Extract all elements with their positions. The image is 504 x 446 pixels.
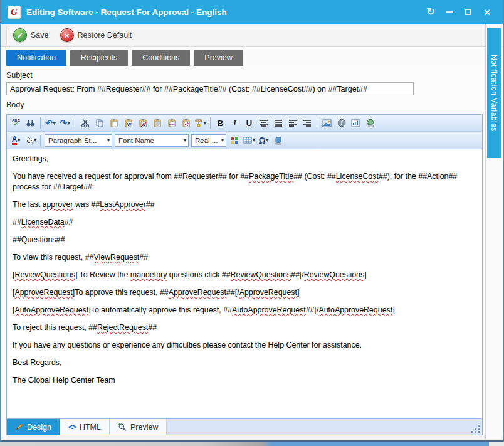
paste-plain-text-button[interactable]: [150, 117, 164, 130]
body-paragraph: The last approver was ##LastApprover##: [13, 199, 476, 210]
chevron-down-icon: ▾: [253, 137, 255, 143]
insert-symbol-button[interactable]: Ω▾: [256, 134, 271, 147]
titlebar[interactable]: G Editing Software - Request For Approva…: [1, 0, 503, 24]
apply-css-class-icon: [231, 136, 239, 144]
tab-conditions[interactable]: Conditions: [132, 50, 190, 66]
toolbar-separator: [210, 117, 211, 129]
misspelled-word: ApproveRequest: [169, 288, 226, 297]
font-size-dropdown[interactable]: Real ...▾: [191, 134, 226, 147]
paste-button[interactable]: [107, 117, 121, 130]
find-and-replace-button[interactable]: [23, 117, 38, 130]
insert-module-button[interactable]: [271, 134, 285, 147]
bold-icon: B: [218, 119, 223, 128]
underline-button[interactable]: U: [242, 117, 256, 130]
save-button[interactable]: ✓ Save: [13, 28, 49, 42]
paste-special-button[interactable]: [179, 117, 193, 130]
mode-tab-preview[interactable]: Preview: [110, 419, 167, 435]
paragraph-style-value: Paragraph St...: [48, 137, 97, 144]
redo-icon: ↷: [60, 119, 67, 127]
misspelled-word: AutoApproveRequest: [232, 305, 306, 314]
justify-button[interactable]: [271, 117, 285, 130]
tab-recipients[interactable]: Recipients: [70, 50, 128, 66]
media-manager-button[interactable]: [349, 117, 363, 130]
app-logo-icon: G: [8, 6, 21, 19]
restore-default-button[interactable]: × Restore Default: [60, 28, 132, 42]
notification-variables-tab[interactable]: Notification Variables: [487, 28, 501, 158]
insert-module-icon: [274, 136, 283, 145]
copy-button[interactable]: [92, 117, 107, 130]
tab-preview[interactable]: Preview: [194, 50, 243, 66]
code-icon: <>: [68, 423, 76, 432]
flash-manager-button[interactable]: f: [334, 117, 349, 130]
body-paragraph: To reject this request, ##RejectRequest#…: [13, 322, 476, 333]
subject-input[interactable]: [6, 82, 414, 95]
italic-button[interactable]: I: [228, 117, 242, 130]
align-center-icon: [260, 119, 268, 127]
insert-table-button[interactable]: ▾: [242, 134, 256, 147]
window-title: Editing Software - Request For Approval …: [26, 8, 421, 17]
align-right-button[interactable]: [300, 117, 314, 130]
redo-button[interactable]: ↷▾: [58, 117, 72, 130]
font-size-value: Real ...: [195, 137, 218, 144]
paste-from-word-no-font-button[interactable]: W: [135, 117, 150, 130]
cut-button[interactable]: [78, 117, 92, 130]
maximize-button[interactable]: [459, 4, 478, 20]
misspelled-word: RejectRequest: [97, 323, 148, 332]
minimize-button[interactable]: [440, 4, 459, 20]
editor-toolbar-row-1: ABC✓↶▾↷▾WWHTML▾BIUf: [7, 115, 482, 131]
toolbar-separator: [75, 117, 75, 129]
background-color-button[interactable]: ▾: [23, 134, 38, 147]
right-rail: Notification Variables: [485, 24, 501, 439]
window-bottom-frame: [6, 435, 503, 440]
restore-default-label: Restore Default: [78, 31, 132, 40]
misspelled-word: ApproveRequest: [14, 288, 72, 297]
paste-as-html-icon: HTML: [167, 119, 176, 127]
minimize-icon: [446, 11, 453, 13]
chevron-down-icon: ▾: [266, 137, 269, 143]
mode-tab-label: HTML: [80, 423, 101, 432]
misspelled-word: LicenseCost: [336, 172, 379, 181]
body-paragraph: [AutoApproveRequest]To automatically app…: [13, 305, 476, 316]
hyperlink-manager-button[interactable]: [363, 117, 377, 130]
editor-body[interactable]: Greetings,You have received a request fo…: [7, 149, 482, 418]
close-button[interactable]: ×: [478, 4, 496, 20]
font-name-dropdown[interactable]: Font Name▾: [115, 134, 189, 147]
align-left-button[interactable]: [285, 117, 300, 130]
resize-grip[interactable]: [471, 424, 480, 433]
find-and-replace-icon: [26, 119, 35, 127]
body-paragraph: The Global Help Center Team: [13, 375, 476, 386]
body-label: Body: [6, 100, 503, 109]
svg-text:W: W: [127, 122, 131, 127]
image-manager-button[interactable]: [320, 117, 334, 130]
tab-notification[interactable]: Notification: [6, 50, 66, 66]
mode-tab-design[interactable]: Design: [7, 419, 60, 435]
insert-symbol-icon: Ω: [258, 135, 265, 146]
chevron-down-icon: ▾: [107, 137, 110, 143]
undo-button[interactable]: ↶▾: [43, 117, 58, 130]
bold-button[interactable]: B: [213, 117, 228, 130]
align-center-button[interactable]: [256, 117, 271, 130]
chevron-down-icon: ▾: [184, 137, 186, 143]
magnifier-plus-icon: [118, 423, 127, 432]
foreground-color-button[interactable]: A▾: [9, 134, 23, 147]
misspelled-word: PackageTitle: [249, 172, 293, 181]
desktop-artifact-strip: [0, 442, 504, 446]
paste-plain-text-icon: [153, 119, 162, 127]
spellcheck-button[interactable]: ABC✓: [9, 117, 23, 130]
mode-strip-filler: [167, 419, 471, 435]
italic-icon: I: [233, 118, 236, 128]
refresh-button[interactable]: ↻: [421, 4, 440, 20]
format-painter-button[interactable]: ▾: [193, 117, 207, 130]
misspelled-word: AutoApproveRequest: [14, 305, 88, 314]
paragraph-style-dropdown[interactable]: Paragraph St...▾: [45, 134, 112, 147]
paste-icon: [110, 119, 118, 127]
misspelled-word: approver: [43, 200, 73, 209]
mode-tab-html[interactable]: <>HTML: [60, 419, 110, 435]
body-paragraph: ##LicenseData##: [13, 217, 476, 228]
mode-tab-label: Preview: [130, 423, 158, 432]
apply-css-class-button[interactable]: [228, 134, 242, 147]
paste-from-word-button[interactable]: W: [121, 117, 135, 130]
main-tab-strip: NotificationRecipientsConditionsPreview: [1, 47, 503, 66]
toolbar-separator: [317, 117, 317, 129]
paste-as-html-button[interactable]: HTML: [164, 117, 179, 130]
